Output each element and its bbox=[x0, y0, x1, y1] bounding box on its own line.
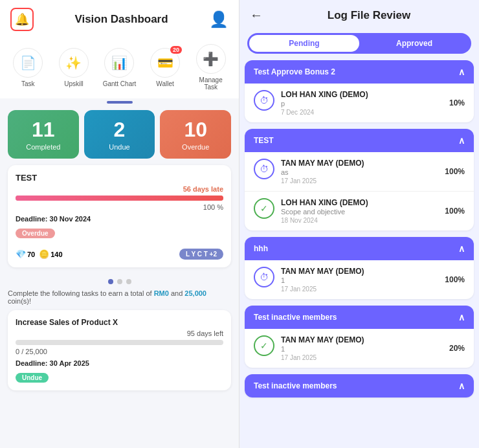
log-entry-icon-1-0: ⏱ bbox=[254, 159, 274, 179]
log-section-header-1[interactable]: TEST∧ bbox=[245, 129, 474, 152]
task-card-2: Increase Sales of Product X 95 days left… bbox=[8, 310, 231, 390]
log-entry-date-2-0: 17 Jan 2025 bbox=[281, 286, 438, 293]
stat-overdue: 10 Overdue bbox=[160, 110, 231, 159]
qi-task[interactable]: 📄 Task bbox=[6, 48, 50, 87]
log-entry-0-0: ⏱LOH HAN XING (DEMO)p7 Dec 202410% bbox=[245, 84, 474, 122]
task2-progress-count: 0 / 25,000 bbox=[16, 348, 223, 355]
log-entry-info-0-0: LOH HAN XING (DEMO)p7 Dec 2024 bbox=[281, 90, 443, 116]
bell-icon: 🔔 bbox=[15, 12, 29, 27]
user-chip-row: L Y C T +2 bbox=[179, 249, 223, 260]
log-section-header-4[interactable]: Test inactive members∧ bbox=[245, 374, 474, 398]
log-entry-desc-0-0: p bbox=[281, 100, 443, 107]
chevron-icon-0: ∧ bbox=[458, 67, 465, 77]
log-entry-pct-1-0: 100% bbox=[445, 167, 465, 176]
stat-undue-num: 2 bbox=[114, 118, 126, 142]
chevron-icon-1: ∧ bbox=[458, 135, 465, 146]
log-scroll[interactable]: Test Approve Bonus 2∧⏱LOH HAN XING (DEMO… bbox=[240, 60, 479, 448]
log-section-header-3[interactable]: Test inactive members∧ bbox=[245, 306, 474, 329]
earn-suffix: coin(s)! bbox=[8, 297, 31, 305]
log-section-title-2: hhh bbox=[254, 244, 268, 253]
log-entry-2-0: ⏱TAN MAY MAY (DEMO)117 Jan 2025100% bbox=[245, 260, 474, 299]
stat-overdue-num: 10 bbox=[184, 118, 207, 142]
log-entry-icon-0-0: ⏱ bbox=[254, 90, 274, 111]
stat-undue: 2 Undue bbox=[84, 110, 155, 159]
log-entry-pct-3-0: 20% bbox=[449, 344, 465, 353]
qi-manage-label: ManageTask bbox=[199, 76, 223, 91]
task2-title: Increase Sales of Product X bbox=[16, 318, 223, 327]
dot-2[interactable] bbox=[117, 279, 122, 284]
dashboard-title: Vision Dashboard bbox=[74, 13, 168, 26]
log-entry-info-3-0: TAN MAY MAY (DEMO)117 Jan 2025 bbox=[281, 335, 443, 361]
log-entry-date-3-0: 17 Jan 2025 bbox=[281, 354, 443, 361]
qi-wallet[interactable]: 💳 20 Wallet bbox=[144, 48, 187, 87]
log-entry-info-2-0: TAN MAY MAY (DEMO)117 Jan 2025 bbox=[281, 267, 438, 293]
scroll-indicator bbox=[0, 98, 239, 106]
task-late-text: 56 days late bbox=[16, 185, 223, 193]
left-panel: 🔔 Vision Dashboard 👤 📄 Task ✨ Upskill 📊 … bbox=[0, 0, 240, 448]
scroll-bar bbox=[107, 101, 133, 104]
log-entry-icon-3-0: ✓ bbox=[254, 335, 274, 356]
log-section-header-2[interactable]: hhh∧ bbox=[245, 237, 474, 260]
task-progress-bg bbox=[16, 196, 223, 201]
earn-prefix: Complete the following tasks to earn a t… bbox=[8, 289, 154, 297]
stat-completed: 11 Completed bbox=[8, 110, 79, 159]
undue-badge: Undue bbox=[16, 373, 49, 383]
log-review-title: Log File Review bbox=[269, 9, 469, 22]
chevron-icon-4: ∧ bbox=[458, 381, 465, 391]
stat-completed-label: Completed bbox=[26, 143, 60, 151]
log-section-4: Test inactive members∧ bbox=[245, 374, 474, 398]
dot-1[interactable] bbox=[108, 279, 113, 284]
earn-coins: 25,000 bbox=[184, 289, 206, 297]
bell-icon-button[interactable]: 🔔 bbox=[10, 8, 34, 31]
task2-progress-bg bbox=[16, 340, 223, 345]
back-button[interactable]: ← bbox=[250, 8, 263, 23]
overdue-badge: Overdue bbox=[16, 229, 55, 238]
task-card-title: TEST bbox=[16, 173, 223, 183]
user-chip: L Y C T +2 bbox=[179, 249, 223, 260]
task-deadline: Deadline: 30 Nov 2024 bbox=[16, 215, 223, 223]
stat-undue-label: Undue bbox=[109, 143, 129, 151]
log-entry-desc-2-0: 1 bbox=[281, 276, 438, 284]
carousel-dots bbox=[0, 279, 239, 284]
chevron-icon-2: ∧ bbox=[458, 243, 465, 254]
log-entry-pct-2-0: 100% bbox=[445, 275, 465, 284]
log-entry-name-0-0: LOH HAN XING (DEMO) bbox=[281, 90, 443, 99]
earn-rm: RM0 bbox=[154, 289, 169, 297]
log-entry-name-2-0: TAN MAY MAY (DEMO) bbox=[281, 267, 438, 276]
log-entry-3-0: ✓TAN MAY MAY (DEMO)117 Jan 202520% bbox=[245, 329, 474, 368]
wallet-icon: 💳 bbox=[157, 55, 173, 71]
log-entry-desc-1-1: Scope and objective bbox=[281, 208, 438, 216]
tab-approved[interactable]: Approved bbox=[359, 35, 469, 52]
gem-count: 70 bbox=[27, 251, 35, 258]
log-section-title-4: Test inactive members bbox=[254, 381, 337, 390]
task-footer: 💎 70 🪙 140 L Y C T +2 bbox=[16, 249, 223, 260]
log-entry-date-1-0: 17 Jan 2025 bbox=[281, 177, 438, 185]
qi-gantt-label: Gantt Chart bbox=[103, 80, 137, 87]
qi-gantt[interactable]: 📊 Gantt Chart bbox=[98, 48, 141, 87]
qi-manage[interactable]: ➕ ManageTask bbox=[189, 44, 232, 91]
task-progress-pct: 100 % bbox=[16, 203, 223, 211]
task2-days-left: 95 days left bbox=[16, 330, 223, 337]
dot-3[interactable] bbox=[126, 279, 131, 284]
log-section-2: hhh∧⏱TAN MAY MAY (DEMO)117 Jan 2025100% bbox=[245, 237, 474, 299]
log-section-0: Test Approve Bonus 2∧⏱LOH HAN XING (DEMO… bbox=[245, 60, 474, 122]
earn-text: Complete the following tasks to earn a t… bbox=[0, 289, 239, 310]
log-entry-name-1-0: TAN MAY MAY (DEMO) bbox=[281, 159, 438, 168]
qi-gantt-circle: 📊 bbox=[104, 48, 134, 78]
wallet-badge: 20 bbox=[170, 46, 182, 54]
log-entry-pct-1-1: 100% bbox=[445, 207, 465, 216]
avatar-icon[interactable]: 👤 bbox=[209, 10, 228, 28]
tab-pending[interactable]: Pending bbox=[249, 35, 359, 52]
right-panel: ← Log File Review Pending Approved Test … bbox=[240, 0, 479, 448]
log-entry-date-1-1: 18 Nov 2024 bbox=[281, 217, 438, 224]
tabs-row: Pending Approved bbox=[247, 33, 471, 54]
qi-upskill[interactable]: ✨ Upskill bbox=[52, 48, 96, 87]
upskill-icon: ✨ bbox=[65, 55, 82, 71]
log-entry-1-0: ⏱TAN MAY MAY (DEMO)as17 Jan 2025100% bbox=[245, 152, 474, 192]
stats-row: 11 Completed 2 Undue 10 Overdue bbox=[0, 106, 239, 165]
right-header: ← Log File Review bbox=[240, 0, 479, 30]
task-card-1: TEST 56 days late 100 % Deadline: 30 Nov… bbox=[8, 165, 231, 267]
log-section-title-0: Test Approve Bonus 2 bbox=[254, 67, 335, 76]
log-section-header-0[interactable]: Test Approve Bonus 2∧ bbox=[245, 60, 474, 84]
coin-badges: 💎 70 🪙 140 bbox=[16, 249, 63, 259]
